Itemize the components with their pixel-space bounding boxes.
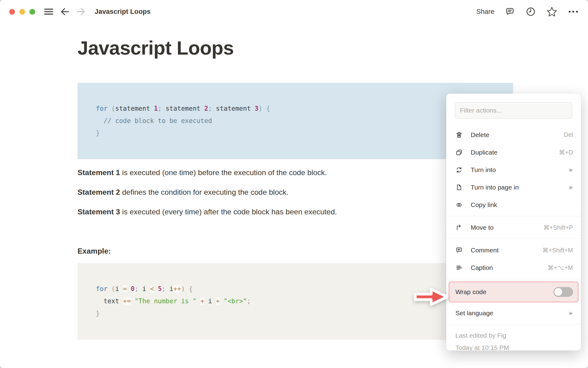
menu-item-shortcut: ⌘+Shift+M [542, 247, 573, 254]
menu-item-label: Delete [471, 131, 489, 139]
menu-divider [446, 324, 581, 324]
forward-arrow-icon [76, 7, 85, 16]
zoom-window-button[interactable] [29, 9, 35, 15]
toggle-knob [554, 288, 562, 296]
copy-link-icon [455, 201, 463, 209]
annotation-arrow-icon [412, 286, 450, 308]
submenu-arrow-icon: ▶ [569, 167, 573, 173]
back-arrow-icon [60, 7, 70, 16]
hamburger-icon [44, 8, 54, 16]
menu-item-label: Duplicate [471, 149, 498, 156]
titlebar-actions: Share [476, 6, 579, 17]
block-context-menu: DeleteDelDuplicate⌘+DTurn into▶Turn into… [446, 94, 581, 351]
favorite-button[interactable] [546, 6, 557, 17]
comments-button[interactable] [505, 7, 515, 17]
submenu-arrow-icon: ▶ [569, 185, 573, 190]
menu-item-shortcut: Del [564, 131, 573, 138]
history-button[interactable] [526, 6, 536, 17]
menu-item-label: Copy link [471, 201, 497, 209]
traffic-lights [9, 9, 35, 15]
close-window-button[interactable] [9, 9, 15, 15]
menu-item-turn-into[interactable]: Turn into▶ [446, 161, 581, 178]
minimize-window-button[interactable] [19, 9, 25, 15]
share-button[interactable]: Share [476, 8, 494, 16]
menu-item-shortcut: ⌘+Shift+P [543, 224, 573, 231]
star-icon [546, 6, 557, 17]
last-edited-text: Last edited by Fig [455, 329, 572, 342]
menu-item-duplicate[interactable]: Duplicate⌘+D [446, 144, 581, 161]
page-icon [455, 183, 463, 191]
menu-item-caption[interactable]: Caption⌘+⌥+M [446, 259, 581, 276]
menu-item-wrap-code[interactable]: Wrap code [449, 282, 579, 302]
turn-into-icon [455, 166, 463, 174]
duplicate-icon [455, 148, 463, 156]
history-clock-icon [526, 6, 536, 17]
menu-item-label: Move to [471, 224, 494, 231]
trash-icon [455, 131, 463, 139]
comment-icon [455, 246, 463, 254]
menu-item-set-language[interactable]: Set language▶ [446, 304, 581, 322]
ellipsis-icon [568, 10, 579, 13]
hamburger-menu-button[interactable] [44, 8, 54, 16]
submenu-arrow-icon: ▶ [569, 310, 573, 316]
move-to-icon [455, 224, 463, 232]
comment-bubble-icon [505, 7, 515, 17]
menu-item-copy-link[interactable]: Copy link [446, 196, 581, 213]
menu-divider [446, 239, 581, 239]
menu-item-shortcut: ⌘+⌥+M [548, 264, 573, 271]
app-window: Javascript Loops Share Javascript Loops … [0, 0, 588, 368]
menu-item-delete[interactable]: DeleteDel [446, 126, 581, 144]
menu-footer: Last edited by FigToday at 10:15 PM [446, 327, 581, 351]
code-line: // code block to be executed [96, 115, 495, 127]
back-button[interactable] [60, 7, 70, 16]
menu-item-label: Caption [471, 264, 493, 271]
page-title: Javascript Loops [77, 23, 513, 59]
menu-item-label: Turn into page in [471, 184, 519, 191]
code-line: } [96, 307, 495, 320]
more-options-button[interactable] [568, 10, 579, 13]
last-edited-text: Today at 10:15 PM [455, 342, 572, 351]
code-line: for (statement 1; statement 2; statement… [96, 102, 495, 115]
titlebar: Javascript Loops Share [0, 0, 588, 23]
menu-item-label: Wrap code [455, 288, 486, 296]
menu-item-move-to[interactable]: Move to⌘+Shift+P [446, 219, 581, 236]
menu-item-label: Comment [471, 247, 499, 254]
menu-item-label: Set language [455, 309, 493, 317]
menu-item-label: Turn into [471, 166, 496, 174]
menu-divider [446, 216, 581, 216]
code-line: } [96, 127, 495, 139]
breadcrumb-doc-title[interactable]: Javascript Loops [95, 8, 151, 16]
menu-item-turn-into-page-in[interactable]: Turn into page in▶ [446, 178, 581, 196]
wrap-code-toggle[interactable] [553, 287, 573, 297]
forward-button[interactable] [76, 7, 85, 16]
caption-icon [455, 264, 463, 272]
menu-item-shortcut: ⌘+D [559, 149, 573, 156]
menu-divider [446, 279, 581, 279]
menu-item-comment[interactable]: Comment⌘+Shift+M [446, 241, 581, 259]
filter-actions-input[interactable] [455, 102, 572, 119]
